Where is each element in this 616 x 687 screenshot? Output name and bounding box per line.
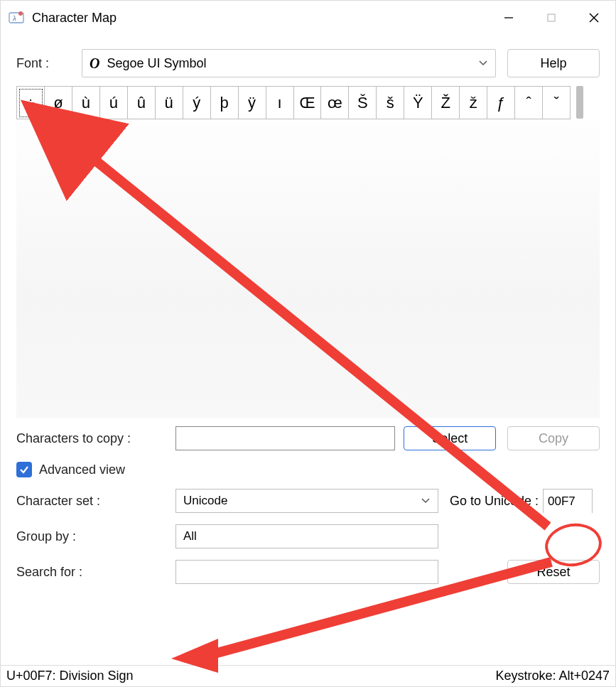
char-cell[interactable]: Œ [294,87,322,119]
window-title: Character Map [32,11,117,26]
reset-button-label: Reset [536,565,570,580]
char-cell[interactable]: œ [321,87,349,119]
copy-button[interactable]: Copy [507,426,600,450]
app-icon: λ [8,9,25,26]
character-set-select[interactable]: Unicode [175,489,438,513]
group-by-label: Group by : [16,529,175,544]
go-to-unicode-input[interactable] [543,489,593,513]
go-to-unicode-label: Go to Unicode : [450,494,539,509]
char-cell[interactable]: š [377,87,404,119]
char-cell[interactable]: ý [183,87,211,119]
character-set-value: Unicode [183,494,421,508]
group-by-value: All [183,529,431,543]
chevron-down-icon [478,57,488,70]
grid-empty-area [16,119,600,418]
char-cell[interactable]: Š [349,87,377,119]
search-input[interactable] [175,560,438,584]
char-cell[interactable]: Ÿ [404,87,432,119]
char-cell[interactable]: ˆ [515,87,543,119]
titlebar: λ Character Map [1,1,615,35]
reset-button[interactable]: Reset [507,560,600,584]
char-cell[interactable]: ÿ [239,87,266,119]
maximize-button[interactable] [530,1,573,35]
char-cell[interactable]: ø [45,87,72,119]
character-set-label: Character set : [16,494,175,509]
char-cell[interactable]: Ž [432,87,460,119]
char-cell[interactable]: ƒ [487,87,515,119]
help-button[interactable]: Help [507,49,600,77]
character-grid: ÷øùúûüýþÿıŒœŠšŸŽžƒˆˇ [16,86,571,119]
svg-text:λ: λ [12,13,16,22]
char-cell[interactable]: ÷ [17,87,45,119]
svg-point-2 [18,11,23,16]
status-right: Keystroke: Alt+0247 [495,669,610,683]
char-cell[interactable]: ž [460,87,487,119]
close-button[interactable] [573,1,615,35]
char-cell[interactable]: ı [266,87,294,119]
char-cell[interactable]: ú [100,87,128,119]
copy-button-label: Copy [539,431,568,446]
characters-to-copy-label: Characters to copy : [16,431,175,446]
group-by-select[interactable]: All [175,524,438,548]
char-cell[interactable]: û [128,87,156,119]
font-select[interactable]: O Segoe UI Symbol [82,49,496,77]
select-button[interactable]: Select [404,426,496,450]
font-label: Font : [16,56,82,71]
font-name: Segoe UI Symbol [107,56,478,71]
select-button-label: Select [432,431,468,446]
minimize-button[interactable] [487,1,530,35]
svg-rect-4 [548,14,555,21]
status-bar: U+00F7: Division Sign Keystroke: Alt+024… [1,665,615,686]
char-cell[interactable]: þ [211,87,239,119]
status-left: U+00F7: Division Sign [6,669,134,683]
char-cell[interactable]: ù [72,87,100,119]
advanced-view-checkbox[interactable] [16,462,32,477]
char-cell[interactable]: ü [156,87,183,119]
scrollbar-thumb[interactable] [576,86,583,119]
advanced-view-label: Advanced view [39,462,125,477]
font-type-icon: O [90,55,99,72]
char-cell[interactable]: ˇ [543,87,571,119]
help-button-label: Help [540,56,566,71]
characters-to-copy-input[interactable] [175,426,396,450]
chevron-down-icon [421,494,431,508]
search-for-label: Search for : [16,565,175,580]
